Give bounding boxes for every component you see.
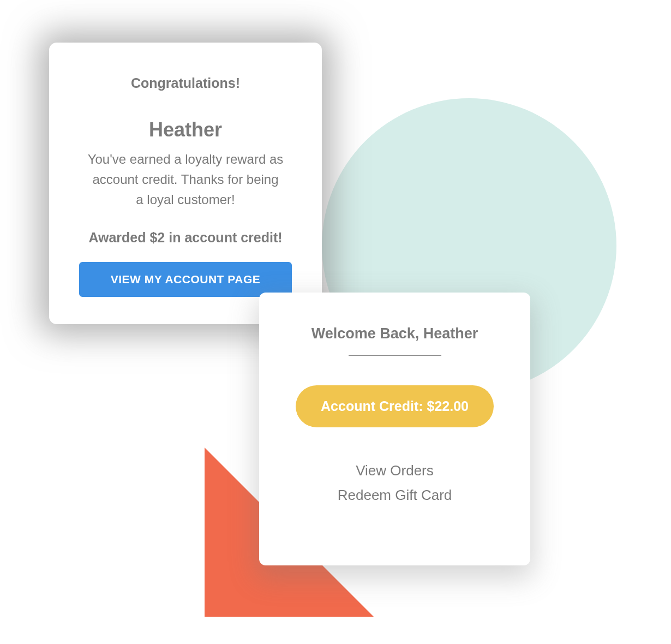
redeem-gift-card-link[interactable]: Redeem Gift Card: [281, 487, 508, 504]
user-name: Heather: [65, 118, 305, 141]
divider: [349, 355, 441, 356]
reward-message: You've earned a loyalty reward as accoun…: [65, 149, 305, 210]
welcome-back-heading: Welcome Back, Heather: [281, 325, 508, 342]
stage: Congratulations! Heather You've earned a…: [0, 0, 671, 644]
account-credit-pill[interactable]: Account Credit: $22.00: [296, 385, 494, 427]
view-account-button[interactable]: VIEW MY ACCOUNT PAGE: [79, 262, 292, 297]
congratulations-heading: Congratulations!: [65, 75, 305, 91]
account-summary-card: Welcome Back, Heather Account Credit: $2…: [259, 293, 530, 565]
loyalty-reward-card: Congratulations! Heather You've earned a…: [49, 43, 322, 324]
awarded-credit-text: Awarded $2 in account credit!: [65, 230, 305, 246]
view-orders-link[interactable]: View Orders: [281, 462, 508, 479]
